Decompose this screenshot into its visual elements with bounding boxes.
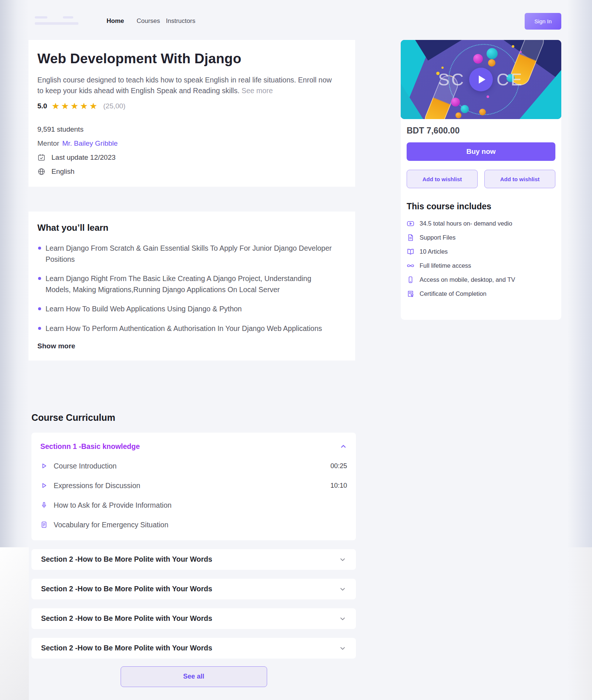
course-includes-list: 34.5 total hours on- demand vedio Suppor… <box>407 220 555 298</box>
course-title: Web Development With Django <box>37 51 340 67</box>
thumb-overlay: SC CE <box>401 40 561 119</box>
wishlist-row: Add to wishlist Add to wishlist <box>407 170 555 188</box>
course-info-column: Web Development With Django English cour… <box>28 40 355 687</box>
includes-label: Access on mobile, desktop, and TV <box>420 276 515 283</box>
learn-list: Learn Django From Scratch & Gain Essenti… <box>37 243 340 334</box>
includes-label: Certificate of Completion <box>420 290 487 297</box>
thumb-word-left: SC <box>438 70 465 89</box>
lesson-row[interactable]: How to Ask for & Provide Information <box>40 501 347 510</box>
course-header-card: Web Development With Django English cour… <box>28 40 355 187</box>
purchase-body: BDT 7,600.00 Buy now Add to wishlist Add… <box>401 119 561 313</box>
nav-item-instructors[interactable]: Instructors <box>166 17 195 25</box>
thumb-word-right: CE <box>497 70 524 89</box>
course-includes-title: This course includes <box>407 202 555 212</box>
nav-item-courses[interactable]: Courses <box>137 17 160 25</box>
course-price: BDT 7,600.00 <box>407 126 555 136</box>
lesson-row[interactable]: Vocabulary for Emergency Situation <box>40 521 347 529</box>
play-outline-icon <box>40 462 48 470</box>
document-icon <box>40 521 48 528</box>
includes-item: 34.5 total hours on- demand vedio <box>407 220 555 227</box>
learn-item: Learn How To Perform Authentication & Au… <box>37 323 333 334</box>
purchase-card: SC CE BDT 7,600.00 Buy now Add to wishli… <box>401 40 561 320</box>
collapsed-section-title: Section 2 -How to Be More Polite with Yo… <box>41 614 212 623</box>
page-edge-gradient-right-top <box>567 0 592 547</box>
section-1-header[interactable]: Sectionn 1 -Basic knowledge <box>40 442 347 451</box>
collapsed-section-row[interactable]: Section 2 -How to Be More Polite with Yo… <box>31 638 356 659</box>
rating-count: (25,00) <box>103 102 125 110</box>
see-all-wrap: See all <box>31 659 356 687</box>
video-play-icon <box>407 220 414 227</box>
rating-value: 5.0 <box>37 102 47 110</box>
learn-item: Learn How To Build Web Applications Usin… <box>37 303 333 314</box>
add-to-wishlist-button-1[interactable]: Add to wishlist <box>407 170 478 188</box>
mentor-row: Mentor Mr. Bailey Gribble <box>37 139 340 148</box>
lesson-duration: 00:25 <box>330 462 347 470</box>
logo-shape <box>35 16 47 18</box>
collapsed-section-row[interactable]: Section 2 -How to Be More Polite with Yo… <box>31 579 356 599</box>
course-description-text: English course designed to teach kids ho… <box>37 76 332 95</box>
includes-label: Support Files <box>420 234 455 241</box>
mentor-label: Mentor <box>37 139 59 148</box>
collapsed-section-row[interactable]: Section 2 -How to Be More Polite with Yo… <box>31 549 356 570</box>
mentor-name-link[interactable]: Mr. Bailey Gribble <box>62 139 118 148</box>
students-count: 9,591 students <box>37 125 340 133</box>
rating-row: 5.0 ★★★★★ (25,00) <box>37 102 340 111</box>
course-description: English course designed to teach kids ho… <box>37 75 337 97</box>
brand-logo[interactable] <box>34 15 90 27</box>
calendar-check-icon <box>37 153 46 162</box>
lesson-row[interactable]: Expressions for Discussion 10:10 <box>40 481 347 490</box>
book-icon <box>407 248 414 256</box>
show-more-link[interactable]: Show more <box>37 342 340 350</box>
buy-now-button[interactable]: Buy now <box>407 142 555 161</box>
lesson-label: Course Introduction <box>54 462 117 470</box>
course-meta: 9,591 students Mentor Mr. Bailey Gribble… <box>37 125 340 176</box>
includes-label: 10 Articles <box>420 248 448 255</box>
curriculum-section: Course Curriculum Sectionn 1 -Basic know… <box>31 412 355 687</box>
course-preview-video[interactable]: SC CE <box>401 40 561 119</box>
purchase-column: SC CE BDT 7,600.00 Buy now Add to wishli… <box>401 40 561 320</box>
add-to-wishlist-button-2[interactable]: Add to wishlist <box>484 170 555 188</box>
page-edge-gradient-left-top <box>0 0 29 547</box>
mobile-icon <box>407 276 414 284</box>
lesson-label: Expressions for Discussion <box>54 481 140 490</box>
chevron-down-icon <box>339 585 346 593</box>
what-you-learn-title: What you’ll learn <box>37 223 340 233</box>
logo-shape <box>35 22 78 25</box>
section-1-title: Sectionn 1 -Basic knowledge <box>40 442 140 451</box>
chevron-down-icon <box>339 615 346 622</box>
collapsed-section-title: Section 2 -How to Be More Polite with Yo… <box>41 555 212 564</box>
curriculum-title: Course Curriculum <box>31 412 355 423</box>
play-button[interactable] <box>469 68 493 91</box>
chevron-down-icon <box>339 645 346 652</box>
chevron-down-icon <box>339 556 346 563</box>
page-viewport: Home Courses Instructors Sign In Web Dev… <box>29 0 567 700</box>
page-edge-gradient-right-bottom <box>567 547 592 700</box>
nav-item-home[interactable]: Home <box>107 17 124 25</box>
see-more-link[interactable]: See more <box>242 87 273 95</box>
includes-label: Full lifetime access <box>420 262 471 269</box>
lesson-row[interactable]: Course Introduction 00:25 <box>40 462 347 470</box>
play-outline-icon <box>40 482 48 489</box>
see-all-button[interactable]: See all <box>121 666 267 687</box>
main-content: Web Development With Django English cour… <box>29 40 567 687</box>
curriculum-open-section-card: Sectionn 1 -Basic knowledge Course Intro… <box>31 433 356 540</box>
includes-item: Support Files <box>407 234 555 241</box>
language-row: English <box>37 168 340 176</box>
infinity-icon <box>407 262 414 270</box>
collapsed-section-title: Section 2 -How to Be More Polite with Yo… <box>41 644 212 652</box>
play-icon <box>479 75 485 84</box>
includes-label: 34.5 total hours on- demand vedio <box>420 220 512 227</box>
chevron-up-icon <box>340 443 347 450</box>
learn-item: Learn Django Right From The Basic Like C… <box>37 273 333 295</box>
star-rating-icons: ★★★★★ <box>51 102 99 111</box>
includes-item: Access on mobile, desktop, and TV <box>407 276 555 284</box>
includes-item: 10 Articles <box>407 248 555 256</box>
language-text: English <box>51 168 74 176</box>
sign-in-button[interactable]: Sign In <box>525 13 561 30</box>
learn-item: Learn Django From Scratch & Gain Essenti… <box>37 243 333 265</box>
collapsed-section-row[interactable]: Section 2 -How to Be More Polite with Yo… <box>31 608 356 629</box>
lesson-label: How to Ask for & Provide Information <box>54 501 172 510</box>
lesson-label: Vocabulary for Emergency Situation <box>54 521 168 529</box>
includes-item: Certificate of Completion <box>407 290 555 298</box>
file-icon <box>407 234 414 241</box>
